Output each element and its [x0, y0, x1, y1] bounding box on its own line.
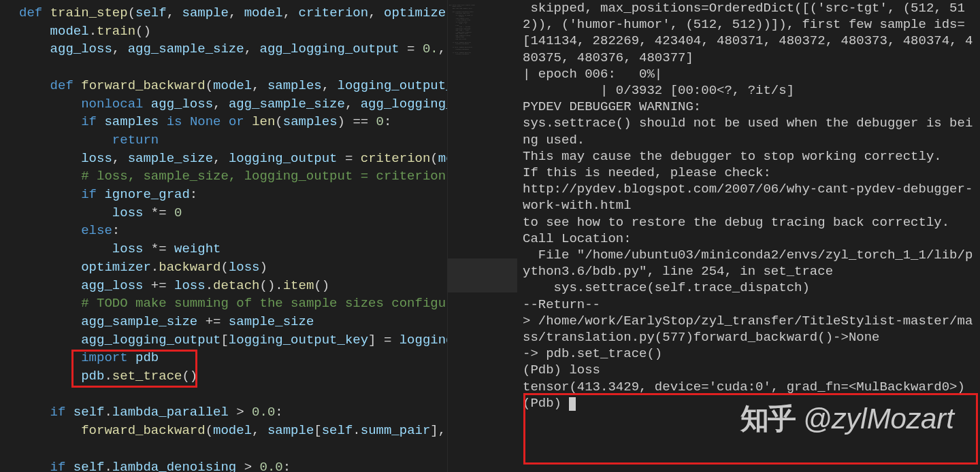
terminal-line: File "/home/ubuntu03/miniconda2/envs/zyl…: [523, 247, 975, 280]
code-line[interactable]: else:: [19, 222, 447, 240]
code-token: import: [81, 350, 127, 365]
code-line[interactable]: import pdb: [19, 349, 447, 367]
code-token: [143, 97, 150, 112]
code-token: [74, 78, 81, 93]
code-line[interactable]: return: [19, 131, 447, 150]
code-token: logging_output_key: [229, 333, 368, 348]
code-line[interactable]: model.train(): [19, 22, 447, 41]
code-line[interactable]: agg_loss += loss.detach().item(): [19, 277, 447, 295]
terminal-line: (Pdb) loss: [523, 362, 975, 378]
code-line[interactable]: agg_sample_size += sample_size: [19, 313, 447, 331]
code-token: ,: [167, 5, 182, 20]
code-line[interactable]: if samples is None or len(samples) == 0:: [19, 113, 447, 131]
code-token: logging_o: [399, 333, 447, 348]
terminal-line: PYDEV DEBUGGER WARNING:: [523, 99, 975, 115]
code-token: ] =: [368, 333, 399, 348]
code-token: ,: [438, 41, 447, 56]
code-line[interactable]: def forward_backward(model, samples, log…: [19, 77, 447, 95]
code-token: def: [19, 5, 42, 20]
terminal-line: tensor(413.3429, device='cuda:0', grad_f…: [523, 379, 975, 395]
minimap[interactable]: def train_step self sample model model t…: [447, 0, 517, 472]
code-token: (: [206, 78, 213, 93]
code-token: model: [50, 24, 89, 39]
code-line[interactable]: [19, 440, 447, 458]
code-token: len: [252, 114, 275, 129]
code-token: [221, 114, 229, 129]
code-line[interactable]: [19, 386, 447, 404]
terminal-line: Call Location:: [523, 231, 975, 247]
code-line[interactable]: forward_backward(model, sample[self.summ…: [19, 422, 447, 440]
code-token: loss: [81, 151, 112, 166]
code-line[interactable]: if self.lambda_parallel > 0.0:: [19, 403, 447, 422]
terminal-line: | epoch 006: 0%|: [523, 66, 975, 82]
code-token: [97, 114, 104, 129]
code-token: =: [399, 41, 423, 56]
code-token: >: [229, 405, 252, 420]
code-token: :: [190, 187, 197, 202]
code-token: (: [206, 423, 213, 438]
code-token: ,: [229, 5, 244, 20]
code-line[interactable]: optimizer.backward(loss): [19, 258, 447, 277]
code-line[interactable]: loss *= 0: [19, 204, 447, 222]
code-line[interactable]: loss, sample_size, logging_output = crit…: [19, 150, 447, 168]
code-token: ,: [368, 5, 384, 20]
code-line[interactable]: # loss, sample_size, logging_output = cr…: [19, 167, 447, 186]
code-line[interactable]: [19, 58, 447, 77]
terminal-line: -> pdb.set_trace(): [523, 345, 975, 362]
code-token: if: [50, 405, 66, 420]
code-token: agg_logging_output: [259, 41, 399, 56]
code-token: self: [135, 5, 167, 20]
code-line[interactable]: loss *= weight: [19, 240, 447, 258]
code-line[interactable]: def train_step(self, sample, model, crit…: [19, 4, 447, 22]
code-token: ignore_grad: [104, 187, 189, 202]
terminal-line: If this is needed, please check:: [523, 165, 975, 181]
code-token: pdb: [81, 369, 104, 384]
code-line[interactable]: agg_logging_output[logging_output_key] =…: [19, 331, 447, 350]
code-token: ,: [213, 97, 229, 112]
code-token: ,: [283, 5, 299, 20]
code-line[interactable]: if self.lambda_denoising > 0.0:: [19, 458, 447, 472]
code-token: ],: [430, 423, 447, 438]
code-editor[interactable]: def train_step(self, sample, model, crit…: [0, 0, 447, 472]
code-token: agg_logging_output: [81, 333, 220, 348]
code-token: else: [81, 223, 112, 238]
code-token: (): [135, 24, 151, 39]
code-token: ,: [244, 41, 260, 56]
code-token: (: [128, 5, 135, 20]
code-token: samples: [267, 78, 322, 93]
code-line[interactable]: # TODO make summing of the sample sizes …: [19, 294, 447, 313]
terminal-line: > /home/work/EarlyStop/zyl_transfer/Titl…: [523, 313, 975, 345]
code-token: is: [167, 114, 182, 129]
terminal[interactable]: skipped, max_positions=OrderedDict([('sr…: [517, 0, 980, 472]
terminal-line: --Return--: [523, 297, 975, 313]
code-token: .: [104, 369, 112, 384]
code-token: pdb: [135, 350, 159, 365]
code-token: agg_sample_size: [81, 314, 197, 329]
code-token: [: [314, 423, 321, 438]
code-token: .: [353, 423, 360, 438]
code-token: 0: [376, 114, 384, 129]
code-token: # TODO: [81, 296, 135, 311]
code-token: .: [104, 405, 112, 420]
code-token: 0.0: [252, 405, 275, 420]
code-line[interactable]: nonlocal agg_loss, agg_sample_size, agg_…: [19, 95, 447, 114]
code-token: if: [50, 460, 66, 472]
code-line[interactable]: agg_loss, agg_sample_size, agg_logging_o…: [19, 40, 447, 58]
code-token: detach: [213, 278, 259, 293]
code-line[interactable]: if ignore_grad:: [19, 186, 447, 204]
code-token: *=: [143, 241, 174, 256]
terminal-cursor: [569, 397, 576, 411]
code-token: +=: [197, 314, 229, 329]
minimap-content: def train_step self sample model model t…: [448, 0, 517, 60]
minimap-viewport[interactable]: [448, 258, 517, 292]
code-token: (: [275, 114, 282, 129]
code-token: agg_sample_size: [128, 41, 244, 56]
terminal-line: to see how to restore the debug tracing …: [523, 214, 975, 231]
code-token: # loss, sample_size, logging_output = cr…: [81, 169, 447, 184]
code-token: criterion: [361, 151, 431, 166]
code-token: set_trace: [112, 369, 182, 384]
code-token: lambda_parallel: [112, 405, 229, 420]
code-token: [42, 5, 50, 20]
code-token: item: [283, 278, 314, 293]
code-line[interactable]: pdb.set_trace(): [19, 367, 447, 386]
